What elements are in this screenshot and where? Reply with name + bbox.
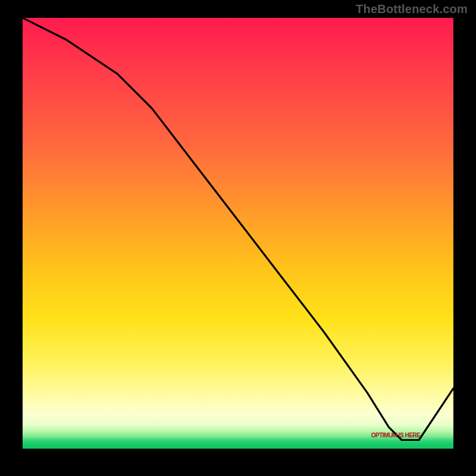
- bottleneck-curve: [23, 18, 453, 449]
- chart-frame: TheBottleneck.com OPTIMUM IS HERE: [0, 0, 476, 476]
- plot-area: OPTIMUM IS HERE: [23, 18, 453, 449]
- attribution-text: TheBottleneck.com: [356, 2, 468, 16]
- optimum-annotation: OPTIMUM IS HERE: [371, 432, 421, 439]
